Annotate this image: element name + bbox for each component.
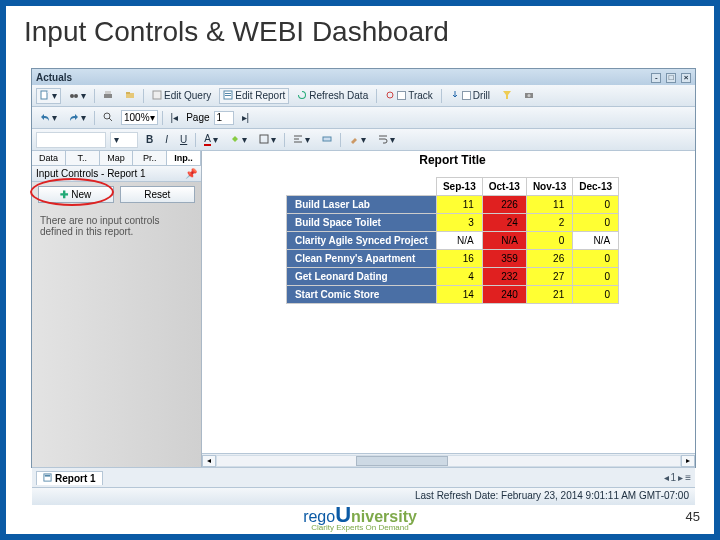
window-titlebar: Actuals - □ ×: [32, 69, 695, 85]
edit-query-button[interactable]: Edit Query: [148, 88, 215, 104]
tab-data[interactable]: Data: [32, 151, 66, 165]
data-cell[interactable]: 24: [482, 214, 526, 232]
scroll-left-arrow[interactable]: ◂: [202, 455, 216, 467]
format-painter-button[interactable]: ▾: [345, 132, 370, 148]
data-cell[interactable]: 2: [526, 214, 572, 232]
slide-title: Input Controls & WEBI Dashboard: [6, 6, 714, 56]
edit-report-button[interactable]: Edit Report: [219, 88, 289, 104]
data-cell[interactable]: 4: [436, 268, 482, 286]
zoom-in-button[interactable]: [99, 110, 117, 126]
data-cell[interactable]: 232: [482, 268, 526, 286]
snapshot-button[interactable]: [520, 88, 538, 104]
data-cell[interactable]: N/A: [482, 232, 526, 250]
track-label: Track: [408, 90, 433, 101]
data-cell[interactable]: 0: [573, 268, 619, 286]
scroll-track[interactable]: [216, 455, 681, 467]
close-button[interactable]: ×: [681, 73, 691, 83]
data-cell[interactable]: 240: [482, 286, 526, 304]
minimize-button[interactable]: -: [651, 73, 661, 83]
tab-nav-next[interactable]: ▸: [678, 472, 683, 483]
left-panel-buttons: ✚ New Reset: [32, 182, 201, 207]
brush-icon: [349, 134, 359, 146]
track-checkbox[interactable]: [397, 91, 406, 100]
underline-button[interactable]: U: [176, 132, 191, 148]
undo-button[interactable]: ▾: [36, 110, 61, 126]
data-cell[interactable]: 0: [573, 196, 619, 214]
tab-nav-prev[interactable]: ◂: [664, 472, 669, 483]
zoom-select[interactable]: 100% ▾: [121, 110, 158, 125]
italic-button[interactable]: I: [161, 132, 172, 148]
wrap-button[interactable]: ▾: [374, 132, 399, 148]
data-cell[interactable]: 359: [482, 250, 526, 268]
svg-rect-6: [126, 92, 130, 94]
new-input-control-button[interactable]: ✚ New: [38, 186, 114, 203]
tab-map[interactable]: Map: [100, 151, 134, 165]
pin-icon[interactable]: 📌: [185, 168, 197, 179]
reset-input-control-button[interactable]: Reset: [120, 186, 196, 203]
row-header[interactable]: Clarity Agile Synced Project: [286, 232, 436, 250]
drill-button[interactable]: Drill: [446, 88, 494, 104]
data-cell[interactable]: 0: [526, 232, 572, 250]
data-cell[interactable]: N/A: [573, 232, 619, 250]
col-header[interactable]: Sep-13: [436, 178, 482, 196]
align-button[interactable]: ▾: [289, 132, 314, 148]
row-header[interactable]: Build Laser Lab: [286, 196, 436, 214]
svg-rect-7: [153, 91, 161, 99]
document-menu-button[interactable]: ▾: [36, 88, 61, 104]
print-button[interactable]: [99, 88, 117, 104]
data-cell[interactable]: 11: [436, 196, 482, 214]
report-canvas[interactable]: Report Title Sep-13 Oct-13 Nov-13 Dec-13: [210, 151, 695, 449]
merge-button[interactable]: [318, 132, 336, 148]
fontsize-select[interactable]: ▾: [110, 132, 138, 148]
filter-button[interactable]: [498, 88, 516, 104]
find-button[interactable]: [121, 88, 139, 104]
drill-checkbox[interactable]: [462, 91, 471, 100]
scroll-right-arrow[interactable]: ▸: [681, 455, 695, 467]
scroll-thumb[interactable]: [356, 456, 449, 466]
data-cell[interactable]: 226: [482, 196, 526, 214]
border-button[interactable]: ▾: [255, 132, 280, 148]
row-header[interactable]: Build Space Toilet: [286, 214, 436, 232]
bold-button[interactable]: B: [142, 132, 157, 148]
track-button[interactable]: Track: [381, 88, 437, 104]
new-button-label: New: [71, 189, 91, 200]
report-tab-1[interactable]: Report 1: [36, 471, 103, 485]
data-cell[interactable]: 0: [573, 250, 619, 268]
col-header[interactable]: Dec-13: [573, 178, 619, 196]
refresh-data-button[interactable]: Refresh Data: [293, 88, 372, 104]
data-cell[interactable]: 26: [526, 250, 572, 268]
binoculars-icon: [69, 90, 79, 102]
data-cell[interactable]: 21: [526, 286, 572, 304]
row-header[interactable]: Start Comic Store: [286, 286, 436, 304]
data-cell[interactable]: 14: [436, 286, 482, 304]
row-header[interactable]: Get Leonard Dating: [286, 268, 436, 286]
bg-color-button[interactable]: ▾: [226, 132, 251, 148]
page-nav-first[interactable]: |◂: [167, 110, 183, 126]
font-color-button[interactable]: A▾: [200, 132, 222, 148]
table-row: Build Laser Lab11226110: [286, 196, 618, 214]
tab-properties[interactable]: Pr..: [133, 151, 167, 165]
col-header[interactable]: Oct-13: [482, 178, 526, 196]
font-select[interactable]: [36, 132, 106, 148]
data-cell[interactable]: N/A: [436, 232, 482, 250]
data-cell[interactable]: 11: [526, 196, 572, 214]
col-header[interactable]: Nov-13: [526, 178, 572, 196]
report-tabs-bar: Report 1 ◂ 1 ▸ ≡: [32, 467, 695, 487]
restore-button[interactable]: □: [666, 73, 676, 83]
data-cell[interactable]: 0: [573, 214, 619, 232]
tab-nav-menu[interactable]: ≡: [685, 472, 691, 483]
data-cell[interactable]: 3: [436, 214, 482, 232]
app-body: Data T.. Map Pr.. Inp.. Input Controls -…: [32, 151, 695, 467]
data-cell[interactable]: 16: [436, 250, 482, 268]
page-nav-last[interactable]: ▸|: [238, 110, 254, 126]
data-cell[interactable]: 27: [526, 268, 572, 286]
tab-templates[interactable]: T..: [66, 151, 100, 165]
data-cell[interactable]: 0: [573, 286, 619, 304]
row-header[interactable]: Clean Penny's Apartment: [286, 250, 436, 268]
redo-button[interactable]: ▾: [65, 110, 90, 126]
page-number-input[interactable]: 1: [214, 111, 234, 125]
tab-input-controls[interactable]: Inp..: [167, 151, 201, 165]
view-menu-button[interactable]: ▾: [65, 88, 90, 104]
corner-cell: [286, 178, 436, 196]
horizontal-scrollbar[interactable]: ◂ ▸: [202, 453, 695, 467]
